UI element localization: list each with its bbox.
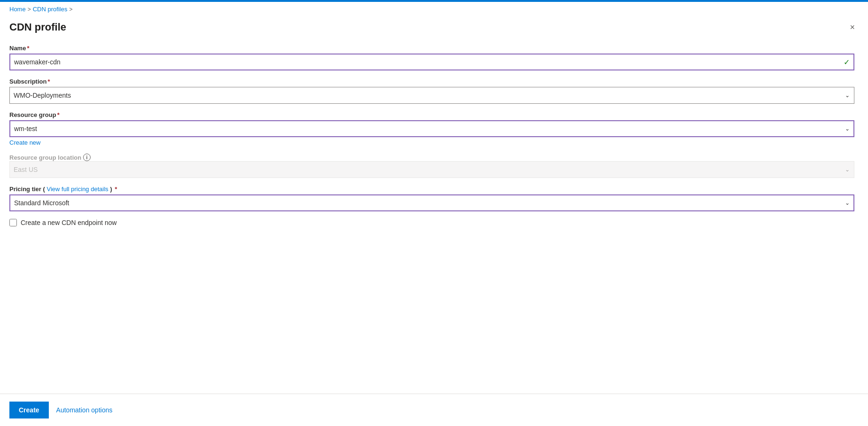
resource-group-label: Resource group* — [9, 111, 854, 118]
page-header: CDN profile × — [9, 21, 859, 33]
create-button[interactable]: Create — [9, 402, 49, 418]
pricing-tier-group: Pricing tier ( View full pricing details… — [9, 186, 854, 211]
subscription-label: Subscription* — [9, 78, 854, 85]
pricing-tier-select-wrapper: Standard Microsoft ⌄ — [9, 194, 854, 211]
cdn-endpoint-checkbox[interactable] — [9, 219, 17, 226]
automation-options-button[interactable]: Automation options — [56, 406, 113, 414]
cdn-endpoint-checkbox-group: Create a new CDN endpoint now — [9, 219, 854, 226]
pricing-tier-select[interactable]: Standard Microsoft — [9, 194, 854, 211]
page-title: CDN profile — [9, 21, 66, 33]
resource-group-select-wrapper: wm-test ⌄ — [9, 120, 854, 137]
resource-group-group: Resource group* wm-test ⌄ Create new — [9, 111, 854, 146]
name-input-wrapper: ✓ — [9, 54, 854, 70]
resource-group-location-select: East US — [9, 161, 854, 178]
breadcrumb-sep-1: > — [28, 6, 31, 13]
pricing-tier-label: Pricing tier ( View full pricing details… — [9, 186, 854, 193]
subscription-select[interactable]: WMO-Deployments — [9, 87, 854, 104]
resource-group-location-group: Resource group location i East US ⌄ — [9, 154, 854, 178]
form-section: Name* ✓ Subscription* WMO-Deployments ⌄ … — [9, 45, 854, 226]
name-input[interactable] — [9, 54, 854, 70]
subscription-group: Subscription* WMO-Deployments ⌄ — [9, 78, 854, 104]
name-group: Name* ✓ — [9, 45, 854, 70]
subscription-select-wrapper: WMO-Deployments ⌄ — [9, 87, 854, 104]
footer: Create Automation options — [0, 394, 868, 426]
breadcrumb-sep-2: > — [69, 6, 72, 13]
resource-group-location-select-wrapper: East US ⌄ — [9, 161, 854, 178]
main-content: CDN profile × Name* ✓ Subscription* WMO-… — [0, 16, 868, 426]
breadcrumb-cdn-profiles[interactable]: CDN profiles — [33, 6, 68, 13]
name-check-icon: ✓ — [844, 58, 850, 67]
create-new-link[interactable]: Create new — [9, 139, 40, 146]
breadcrumb-home[interactable]: Home — [9, 6, 26, 13]
resource-group-location-info-icon[interactable]: i — [83, 154, 91, 161]
resource-group-select[interactable]: wm-test — [9, 120, 854, 137]
breadcrumb: Home > CDN profiles > — [0, 2, 868, 16]
cdn-endpoint-checkbox-label[interactable]: Create a new CDN endpoint now — [21, 219, 117, 226]
name-label: Name* — [9, 45, 854, 52]
close-button[interactable]: × — [846, 21, 859, 33]
pricing-tier-link[interactable]: View full pricing details — [47, 186, 108, 193]
resource-group-location-label: Resource group location i — [9, 154, 854, 161]
